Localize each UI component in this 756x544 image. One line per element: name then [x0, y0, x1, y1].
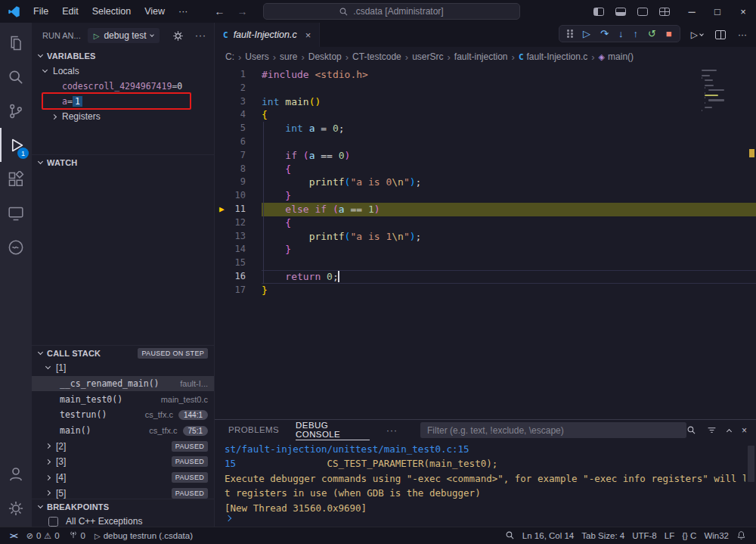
menu-edit[interactable]: Edit — [55, 3, 85, 20]
tab-size[interactable]: Tab Size: 4 — [578, 527, 628, 544]
maximize-button[interactable]: □ — [705, 0, 730, 23]
code-line-17[interactable]: 17} — [215, 284, 756, 297]
toggle-secondary-sidebar-icon[interactable] — [637, 8, 648, 16]
stack-frame[interactable]: __cs_renamed_main()fault-I... — [32, 376, 214, 392]
toggle-panel-icon[interactable] — [615, 8, 626, 16]
gutter[interactable]: 10 — [215, 189, 262, 203]
split-editor-icon[interactable] — [715, 30, 726, 39]
breadcrumb-item[interactable]: Cfault-Injection.c — [519, 51, 587, 62]
callstack-thread-[1][interactable]: [1] — [32, 360, 214, 376]
checkbox-icon[interactable] — [48, 517, 58, 527]
gutter[interactable]: 8 — [215, 163, 262, 176]
toggle-sidebar-icon[interactable] — [593, 8, 604, 16]
callstack-thread-[3][interactable]: [3]PAUSED — [32, 454, 214, 470]
menu-file[interactable]: File — [26, 3, 55, 20]
gutter[interactable]: 16 — [215, 270, 262, 284]
gutter[interactable]: 4 — [215, 108, 262, 122]
step-out-button[interactable]: ↑ — [633, 29, 638, 39]
language-mode[interactable]: {} C — [678, 527, 700, 544]
problems-status[interactable]: ⊘ 0 ⚠ 0 — [23, 527, 64, 544]
breadcrumb-item[interactable]: ◈main() — [599, 51, 634, 62]
panel-scrollbar[interactable] — [748, 446, 754, 482]
minimap[interactable] — [702, 70, 745, 112]
activity-explorer-icon[interactable] — [0, 26, 32, 60]
continue-button[interactable]: ▷ — [583, 29, 590, 39]
code-line-13[interactable]: 13 printf("a is 1\n"); — [215, 230, 756, 244]
gutter[interactable]: 6 — [215, 135, 262, 149]
gutter[interactable]: 15 — [215, 256, 262, 270]
activity-settings-icon[interactable] — [0, 491, 32, 525]
step-into-button[interactable]: ↓ — [618, 29, 624, 39]
stack-frame[interactable]: main()cs_tfx.c75:1 — [32, 423, 214, 439]
close-button[interactable]: × — [730, 0, 756, 23]
code-line-14[interactable]: 14 } — [215, 243, 756, 256]
gutter[interactable]: 5 — [215, 122, 262, 135]
variables-header[interactable]: VARIABLES — [32, 48, 214, 64]
debug-config-dropdown[interactable]: ▷ debug test — [88, 28, 160, 43]
code-line-7[interactable]: 7 if (a == 0) — [215, 149, 756, 163]
gutter[interactable]: 1 — [215, 68, 262, 82]
stack-frame[interactable]: testrun()cs_tfx.c144:1 — [32, 407, 214, 423]
activity-search-icon[interactable] — [0, 60, 32, 94]
code-line-6[interactable]: 6 — [215, 135, 756, 149]
code-line-3[interactable]: 3int main() — [215, 95, 756, 109]
run-or-debug-button[interactable]: ▷ — [691, 30, 703, 40]
code-editor[interactable]: 1#include <stdio.h>23int main()4{5 int a… — [215, 67, 756, 419]
forward-button[interactable]: → — [237, 5, 248, 17]
gutter[interactable]: 17 — [215, 284, 262, 297]
debug-target-status[interactable]: ▷ debug testrun (.csdata) — [91, 527, 197, 544]
call-stack-header[interactable]: CALL STACK PAUSED ON STEP — [32, 345, 214, 360]
breadcrumb-item[interactable]: userSrc — [412, 51, 443, 62]
code-line-8[interactable]: 8 { — [215, 163, 756, 176]
callstack-thread-[2][interactable]: [2]PAUSED — [32, 438, 214, 454]
code-line-10[interactable]: 10 } — [215, 189, 756, 203]
gutter[interactable]: 3 — [215, 95, 262, 109]
console-prompt[interactable] — [226, 512, 231, 523]
panel-search-icon[interactable] — [686, 425, 696, 435]
breadcrumb-item[interactable]: sure — [280, 51, 297, 62]
editor-more-actions[interactable]: ··· — [738, 30, 747, 40]
platform[interactable]: Win32 — [700, 527, 733, 544]
notifications-bell[interactable] — [733, 527, 750, 544]
tab-debug-console[interactable]: DEBUG CONSOLE — [296, 420, 370, 440]
watch-header[interactable]: WATCH — [32, 154, 214, 169]
restart-button[interactable]: ↺ — [648, 29, 656, 39]
breadcrumb-item[interactable]: CT-testcode — [352, 51, 401, 62]
remote-indicator[interactable]: >< — [6, 527, 21, 544]
breakpoint-item[interactable]: All C++ Exceptions — [32, 514, 214, 527]
activity-codescroll-icon[interactable] — [0, 230, 32, 264]
activity-accounts-icon[interactable] — [0, 457, 32, 491]
command-center-search[interactable]: .csdata [Administrator] — [263, 3, 520, 20]
gutter[interactable]: 12 — [215, 216, 262, 230]
tab-close-icon[interactable]: × — [305, 30, 311, 41]
breadcrumb-item[interactable]: C: — [225, 51, 234, 62]
activity-run-and-debug-icon[interactable]: 1 — [0, 128, 32, 162]
zoom-indicator[interactable] — [501, 527, 519, 544]
code-line-16[interactable]: 16 return 0; — [215, 270, 756, 284]
back-button[interactable]: ← — [215, 5, 225, 17]
code-line-2[interactable]: 2 — [215, 82, 756, 95]
start-debug-icon[interactable]: ▷ — [94, 32, 100, 40]
activity-source-control-icon[interactable] — [0, 94, 32, 128]
menu-view[interactable]: View — [138, 3, 172, 20]
gutter[interactable]: 14 — [215, 243, 262, 256]
cursor-position[interactable]: Ln 16, Col 14 — [519, 527, 578, 544]
menu-selection[interactable]: Selection — [85, 3, 138, 20]
panel-filter-icon[interactable] — [707, 425, 717, 435]
customize-layout-icon[interactable] — [659, 8, 670, 16]
code-line-1[interactable]: 1#include <stdio.h> — [215, 68, 756, 82]
registers-group[interactable]: Registers — [32, 109, 214, 124]
tab-fault-injection[interactable]: C fault-Injection.c × — [215, 23, 320, 47]
callstack-thread-[4][interactable]: [4]PAUSED — [32, 470, 214, 486]
breadcrumb-item[interactable]: fault-injection — [454, 51, 508, 62]
variable-a[interactable]: a = 1 — [32, 94, 214, 109]
breadcrumb-item[interactable]: Users — [245, 51, 268, 62]
step-over-button[interactable]: ↷ — [600, 29, 609, 39]
code-line-15[interactable]: 15 — [215, 256, 756, 270]
breadcrumb-item[interactable]: Desktop — [308, 51, 342, 62]
stop-button[interactable]: ■ — [666, 29, 672, 39]
minimize-button[interactable]: ─ — [679, 0, 705, 23]
panel-close-icon[interactable]: × — [742, 425, 747, 436]
activity-extensions-icon[interactable] — [0, 162, 32, 196]
code-line-11[interactable]: ▶11 else if (a == 1) — [215, 203, 756, 216]
